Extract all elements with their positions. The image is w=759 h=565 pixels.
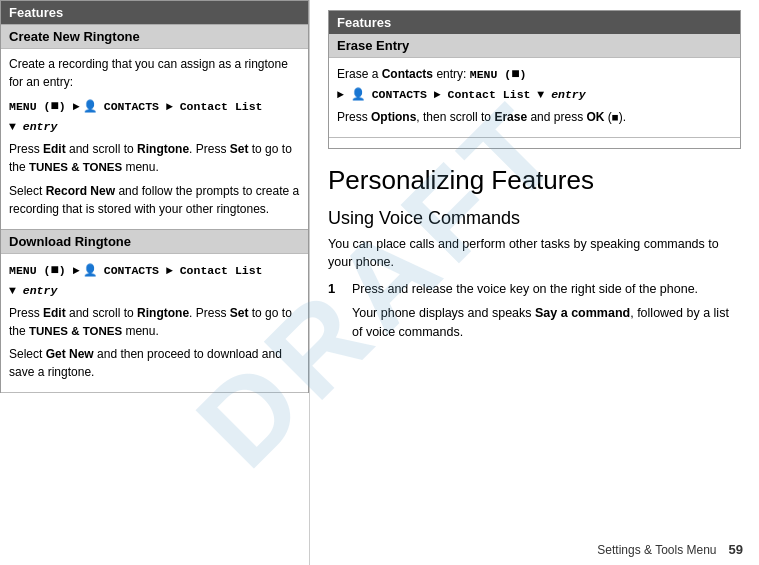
- step-1: 1 Press and release the voice key on the…: [328, 280, 741, 341]
- contacts-label-2: 👤 CONTACTS ► Contact List: [83, 264, 263, 277]
- erase-nav: ► 👤 CONTACTS ► Contact List ▼ entry: [337, 88, 586, 101]
- step-1-text: Press and release the voice key on the r…: [352, 282, 698, 296]
- footer-label: Settings & Tools Menu: [597, 543, 716, 557]
- page-number: 59: [729, 542, 743, 557]
- download-ringtone-header: Download Ringtone: [1, 229, 308, 253]
- entry-label-1: ▼ entry: [9, 120, 57, 133]
- step-1-sub: Your phone displays and speaks Say a com…: [352, 304, 741, 342]
- left-features-header: Features: [1, 1, 308, 24]
- right-table: Features Erase Entry Erase a Contacts en…: [328, 10, 741, 149]
- page-container: DRAFT Features Create New Ringtone Creat…: [0, 0, 759, 565]
- download-ringtone-p1: Press Edit and scroll to Ringtone. Press…: [9, 304, 300, 340]
- create-ringtone-p1: Create a recording that you can assign a…: [9, 55, 300, 91]
- erase-ok: ■: [612, 111, 619, 124]
- right-features-header: Features: [329, 11, 740, 34]
- download-ringtone-p2: Select Get New and then proceed to downl…: [9, 345, 300, 381]
- left-column: Features Create New Ringtone Create a re…: [0, 0, 310, 565]
- tunes-tones-2: TUNES & TONES: [29, 325, 122, 337]
- tunes-tones-1: TUNES & TONES: [29, 161, 122, 173]
- create-ringtone-content: Create a recording that you can assign a…: [1, 48, 308, 229]
- personalizing-heading: Personalizing Features: [328, 165, 741, 196]
- step-1-content: Press and release the voice key on the r…: [352, 280, 741, 341]
- page-footer: Settings & Tools Menu 59: [597, 542, 743, 557]
- voice-commands-heading: Using Voice Commands: [328, 208, 741, 229]
- create-ringtone-header: Create New Ringtone: [1, 24, 308, 48]
- create-ringtone-p3: Select Record New and follow the prompts…: [9, 182, 300, 218]
- erase-menu: MENU (■): [470, 68, 527, 81]
- erase-line2: ► 👤 CONTACTS ► Contact List ▼ entry: [337, 85, 732, 103]
- download-ringtone-content: MENU (■) ► 👤 CONTACTS ► Contact List ▼ e…: [1, 253, 308, 394]
- left-table: Features Create New Ringtone Create a re…: [0, 0, 309, 393]
- erase-entry-header: Erase Entry: [329, 34, 740, 57]
- contacts-label-1: 👤 CONTACTS ► Contact List: [83, 100, 263, 113]
- erase-line1: Erase a Contacts entry: MENU (■): [337, 64, 732, 85]
- step-1-number: 1: [328, 281, 348, 341]
- create-ringtone-p2: Press Edit and scroll to Ringtone. Press…: [9, 140, 300, 176]
- download-menu: MENU (■) ►: [9, 264, 80, 277]
- erase-line3: Press Options, then scroll to Erase and …: [337, 108, 732, 126]
- create-ringtone-menu: MENU (■) ►: [9, 100, 80, 113]
- download-ringtone-nav: MENU (■) ► 👤 CONTACTS ► Contact List ▼ e…: [9, 260, 300, 299]
- right-column: Features Erase Entry Erase a Contacts en…: [310, 0, 759, 565]
- create-ringtone-nav: MENU (■) ► 👤 CONTACTS ► Contact List ▼ e…: [9, 96, 300, 135]
- entry-label-2: ▼ entry: [9, 284, 57, 297]
- erase-entry-content: Erase a Contacts entry: MENU (■) ► 👤 CON…: [329, 57, 740, 138]
- voice-intro: You can place calls and perform other ta…: [328, 235, 741, 273]
